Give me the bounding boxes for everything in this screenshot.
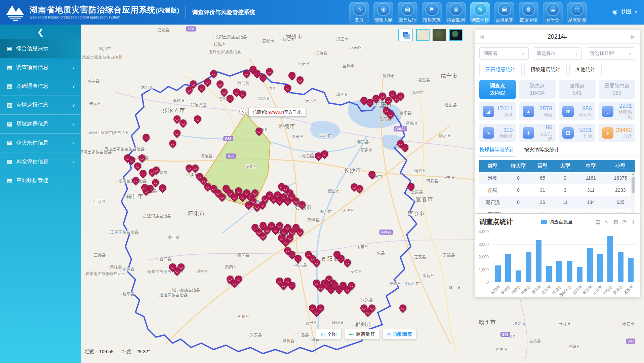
landslide-glyph-icon: ◡ [252,190,258,196]
satellite-basemap-thumbnail[interactable] [433,29,446,41]
nav-item[interactable]: ☁ 云平台 [543,2,563,24]
prev-year-button[interactable]: ◀ [478,33,485,40]
bar[interactable] [567,261,572,282]
bar[interactable] [516,270,521,282]
sidebar-menu-item[interactable]: ▦ 风险评估信息 ∨ [0,152,81,171]
nav-item[interactable]: ⚑ 指挥支撑 [422,2,442,24]
nav-item[interactable]: ▤ 业务运行 [398,2,417,24]
map-place-label: 松滋市 [212,41,226,47]
hazard-type-card[interactable]: ◕ 28462 总计 [599,124,635,142]
region-select[interactable]: 湖南省 ∨ [479,47,529,60]
nav-item[interactable]: ⌂ 首页 [349,2,369,24]
chart-tool-icon[interactable]: ▥ [613,219,618,225]
table-subtab[interactable]: 按规模等级统计 [479,147,515,156]
sidebar-collapse-button[interactable]: ❮ [0,25,81,39]
summary-card[interactable]: 隐患点 18434 [519,80,556,99]
landslide-glyph-icon: ◡ [221,89,227,95]
landslide-glyph-icon: ◡ [134,163,141,169]
bar[interactable] [587,248,593,282]
chart-tool-icon[interactable]: ▤ [596,219,600,225]
bar[interactable] [495,265,501,282]
hazard-type-card[interactable]: ⊞ 5001 其他 [559,124,595,142]
table-header-cell: 大型 [554,160,576,172]
summary-card[interactable]: 调查点 28462 [479,80,516,99]
bar-slot [615,232,626,282]
chart-tool-icon[interactable]: ∿ [605,219,609,225]
y-axis-labels: 4,0003,0002,0001,0000 [476,232,491,282]
table-scrollbar[interactable]: ▲ ▼ [631,172,635,213]
chart-tool-icon[interactable]: ⟳ [622,219,627,225]
measure-tool-icon: ◇ [387,331,391,337]
measure-tool-button[interactable]: ◇ 面积量算 [383,329,417,339]
chart-legend[interactable]: 调查点数量 [541,219,573,225]
bar[interactable] [628,258,634,282]
nav-item[interactable]: ✎ 调查评价 [470,2,490,24]
bar[interactable] [505,254,511,282]
hazard-type-card[interactable]: ◡ 2231 地面塌陷 [599,102,635,120]
sidebar-menu-item[interactable]: ▦ 孕灾条件信息 ∨ [0,134,81,152]
nav-item[interactable]: ⊞ 综合大屏 [373,2,393,24]
nav-item[interactable]: ▢ 系统管理 [567,2,587,24]
chevron-down-icon: ∨ [72,103,75,108]
summary-card[interactable]: 速报点 541 [559,80,596,99]
map-place-label: 湘乡市 [318,209,332,215]
legend-label: 调查点数量 [549,219,573,225]
landslide-glyph-icon: ◡ [299,202,305,208]
scrollbar-thumb[interactable] [632,177,635,193]
nav-item-label: 业务运行 [399,17,416,23]
hazard-type-card[interactable]: ≋ 856 泥石流 [559,102,595,120]
bar[interactable] [546,266,552,282]
map-place-label: 黔东南苗族侗族自治州 [83,271,126,277]
sidebar-menu-item[interactable]: ▦ 空间数据管理 ∨ [0,171,81,190]
bar[interactable] [577,267,582,282]
globe-basemap-thumbnail[interactable] [449,29,462,41]
landslide-glyph-icon: ◡ [174,116,180,122]
map-place-label: 永兴县 [359,297,373,303]
scroll-up-icon[interactable]: ▲ [632,172,635,176]
hazard-type-card[interactable]: ◢ 17601 滑坡 [479,102,516,120]
hazard-type-card[interactable]: ∿ 110 地裂缝 [479,124,516,142]
nav-item[interactable]: ◎ 综合监测 [446,2,466,24]
user-menu[interactable]: ◉ 梦图 ∨ [612,8,637,15]
measure-start-marker[interactable]: × [239,108,246,115]
sidebar-menu-item[interactable]: ▣ 综合信息展示 ∨ [0,39,81,58]
bar[interactable] [526,252,531,282]
sidebar-menu-item[interactable]: ▦ 切坡建房信息 ∨ [0,115,81,134]
stats-tab[interactable]: 其他统计 [569,63,602,76]
street-basemap-thumbnail[interactable] [416,29,430,41]
map-place-label: 会昌县 [527,338,541,344]
nav-item[interactable]: ⚙ 数据管理 [519,2,538,24]
nav-item-label: 首页 [355,17,364,23]
landslide-glyph-icon: ◡ [260,74,266,81]
measure-tool-button[interactable]: ⊷ 距离量算 [345,329,379,339]
stats-tab[interactable]: 灾害隐患统计 [479,63,522,76]
measure-tool-label: 距离量算 [356,331,375,337]
table-subtab[interactable]: 按灾情等级统计 [524,147,559,156]
stats-tab[interactable]: 切坡建房统计 [524,63,567,76]
header-divider [186,6,186,19]
hazard-type-icon: ◢ [483,106,494,117]
bar[interactable] [597,254,603,282]
bar[interactable] [536,240,541,282]
summary-card[interactable]: 重要隐患点 183 [599,80,636,99]
measure-tool-button[interactable]: ⊡ 全图 [316,329,341,339]
layers-button[interactable] [398,29,413,41]
nav-item[interactable]: ▣ 区域预警 [494,2,514,24]
chart-tool-icon[interactable]: ↧ [631,219,635,225]
sidebar-menu-item[interactable]: ▦ 调查项目信息 ∨ [0,58,81,77]
bar-slot [626,232,636,282]
hazard-type-card[interactable]: ↧ 85 地面沉降 [519,124,556,142]
nav-item-icon: ⚙ [523,4,534,15]
map-place-label: 绥宁县 [194,269,208,275]
region-select[interactable]: 请选择市 ∨ [533,47,582,60]
next-year-button[interactable]: ▶ [629,33,637,40]
region-select[interactable]: 请选择县/区 ∨ [586,47,635,60]
bar[interactable] [556,261,562,282]
sidebar-menu-item[interactable]: ▦ 基础调查信息 ∨ [0,77,81,96]
y-axis-tick: 2,000 [479,255,489,259]
bar[interactable] [607,236,613,282]
bar[interactable] [618,252,623,282]
bar-slot [493,232,503,282]
sidebar-menu-item[interactable]: ▦ 灾情速报信息 ∨ [0,96,81,115]
hazard-type-card[interactable]: ▲ 2578 崩塌 [519,102,556,120]
